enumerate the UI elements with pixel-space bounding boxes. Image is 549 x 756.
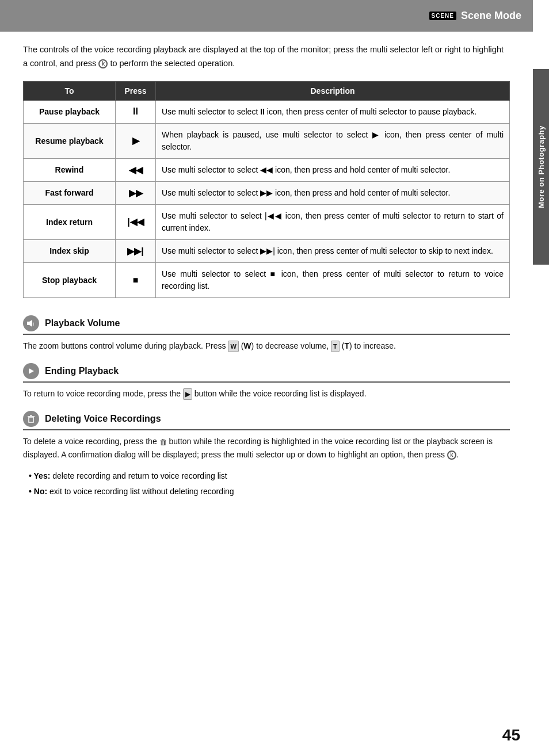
page-number: 45 bbox=[502, 726, 520, 744]
controls-table: To Press Description Pause playback II U… bbox=[23, 81, 510, 298]
press-indexskip: ▶▶| bbox=[116, 239, 156, 262]
scene-mode-header: SCENE Scene Mode bbox=[429, 10, 521, 22]
svg-rect-0 bbox=[27, 322, 29, 325]
play-icon bbox=[26, 366, 36, 376]
action-indexreturn: Index return bbox=[24, 204, 116, 239]
header-bar: SCENE Scene Mode bbox=[0, 0, 533, 32]
desc-resume: When playback is paused, use multi selec… bbox=[156, 123, 510, 158]
desc-rewind: Use multi selector to select ◀◀ icon, th… bbox=[156, 158, 510, 181]
press-stopplayback: ■ bbox=[116, 262, 156, 297]
section-header-ending-playback: Ending Playback bbox=[23, 363, 510, 383]
table-header-row: To Press Description bbox=[24, 81, 510, 100]
section-header-playback-volume: ) Playback Volume bbox=[23, 315, 510, 335]
svg-marker-1 bbox=[29, 320, 32, 327]
table-row: Stop playback ■ Use multi selector to se… bbox=[24, 262, 510, 297]
section-header-deleting-voice: Deleting Voice Recordings bbox=[23, 411, 510, 430]
desc-stopplayback: Use multi selector to select ■ icon, the… bbox=[156, 262, 510, 297]
svg-marker-3 bbox=[29, 368, 34, 374]
press-pause: II bbox=[116, 100, 156, 123]
page-container: More on Photography SCENE Scene Mode The… bbox=[0, 0, 549, 756]
table-row: Pause playback II Use multi selector to … bbox=[24, 100, 510, 123]
yes-label: Yes: bbox=[34, 471, 51, 480]
svg-rect-4 bbox=[29, 417, 33, 422]
section-icon-ending-playback bbox=[23, 363, 39, 379]
section-title-deleting-voice: Deleting Voice Recordings bbox=[45, 414, 161, 424]
list-item-yes: Yes: delete recording and return to voic… bbox=[29, 469, 510, 483]
ok-button-icon: k bbox=[98, 59, 108, 68]
col-header-to: To bbox=[24, 81, 116, 100]
play-button-inline-icon: ▶ bbox=[183, 388, 192, 400]
section-body-playback-volume: The zoom buttons control volume during p… bbox=[23, 339, 510, 353]
table-row: Index skip ▶▶| Use multi selector to sel… bbox=[24, 239, 510, 262]
svg-text:): ) bbox=[33, 322, 34, 326]
action-pause: Pause playback bbox=[24, 100, 116, 123]
intro-paragraph: The controls of the voice recording play… bbox=[23, 43, 510, 71]
action-indexskip: Index skip bbox=[24, 239, 116, 262]
table-row: Fast forward ▶▶ Use multi selector to se… bbox=[24, 181, 510, 204]
desc-fastforward: Use multi selector to select ▶▶ icon, th… bbox=[156, 181, 510, 204]
main-content: The controls of the voice recording play… bbox=[0, 32, 533, 512]
section-title-ending-playback: Ending Playback bbox=[45, 366, 119, 376]
col-header-press: Press bbox=[116, 81, 156, 100]
list-item-no: No: exit to voice recording list without… bbox=[29, 485, 510, 498]
speaker-icon: ) bbox=[26, 319, 36, 328]
bullet-list-delete-options: Yes: delete recording and return to voic… bbox=[23, 469, 510, 498]
action-rewind: Rewind bbox=[24, 158, 116, 181]
press-resume: ▶ bbox=[116, 123, 156, 158]
sidebar-tab: More on Photography bbox=[533, 69, 549, 265]
desc-indexreturn: Use multi selector to select |◀◀ icon, t… bbox=[156, 204, 510, 239]
press-fastforward: ▶▶ bbox=[116, 181, 156, 204]
trash-inline-icon: 🗑 bbox=[159, 436, 167, 448]
action-stopplayback: Stop playback bbox=[24, 262, 116, 297]
table-row: Rewind ◀◀ Use multi selector to select ◀… bbox=[24, 158, 510, 181]
table-row: Resume play­back ▶ When playback is paus… bbox=[24, 123, 510, 158]
no-label: No: bbox=[34, 487, 47, 496]
w-button-icon: W bbox=[228, 341, 238, 352]
section-body-deleting-voice: To delete a voice recording, press the 🗑… bbox=[23, 435, 510, 461]
press-rewind: ◀◀ bbox=[116, 158, 156, 181]
col-header-description: Description bbox=[156, 81, 510, 100]
action-fastforward: Fast forward bbox=[24, 181, 116, 204]
section-icon-deleting-voice bbox=[23, 411, 39, 427]
section-title-playback-volume: Playback Volume bbox=[45, 318, 120, 329]
section-body-ending-playback: To return to voice recording mode, press… bbox=[23, 387, 510, 400]
section-icon-playback-volume: ) bbox=[23, 315, 39, 331]
table-row: Index return |◀◀ Use multi selector to s… bbox=[24, 204, 510, 239]
desc-pause: Use multi selector to select II icon, th… bbox=[156, 100, 510, 123]
t-button-icon: T bbox=[331, 341, 340, 352]
ok-button-inline-icon: k bbox=[447, 450, 456, 460]
press-indexreturn: |◀◀ bbox=[116, 204, 156, 239]
trash-section-icon bbox=[26, 414, 36, 423]
action-resume: Resume play­back bbox=[24, 123, 116, 158]
sidebar-label: More on Photography bbox=[537, 125, 546, 208]
header-title: Scene Mode bbox=[461, 10, 521, 22]
scene-badge: SCENE bbox=[429, 12, 456, 20]
desc-indexskip: Use multi selector to select ▶▶| icon, t… bbox=[156, 239, 510, 262]
